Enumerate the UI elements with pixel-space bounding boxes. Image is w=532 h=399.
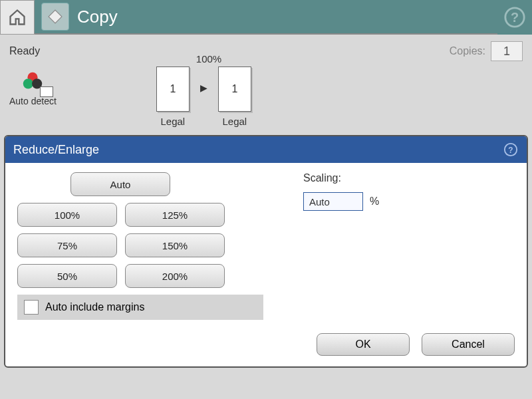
color-wheel-icon [15,66,51,96]
auto-margins-checkbox[interactable] [24,300,39,315]
preset-row-1: 100% 125% [17,203,263,227]
source-size-label: Legal [160,116,185,127]
copy-icon-box [41,3,69,31]
preview-row: Auto detect 100% 1 Legal ▶ 1 Legal [0,61,532,131]
svg-point-4 [23,78,33,88]
auto-margins-row[interactable]: Auto include margins [17,295,263,320]
home-icon [8,8,27,27]
cancel-button[interactable]: Cancel [422,333,515,356]
scaling-unit: % [370,196,379,207]
copies-value: 1 [503,45,510,59]
target-paper-item[interactable]: 1 Legal [218,66,251,127]
arrow-right-icon: ▶ [200,82,207,93]
status-label: Ready [9,45,40,57]
preset-75-button[interactable]: 75% [17,233,117,257]
start-diamond-icon [46,7,65,26]
preset-125-button[interactable]: 125% [125,203,225,227]
svg-text:?: ? [511,10,519,25]
home-button[interactable] [0,0,35,35]
dialog-title: Reduce/Enlarge [13,143,99,157]
reduce-enlarge-dialog: Reduce/Enlarge ? Auto 100% 125% 75% 150%… [4,135,528,368]
target-size-label: Legal [222,116,247,127]
target-paper-number: 1 [231,83,237,95]
page-chip-icon [40,86,53,97]
dialog-footer: OK Cancel [5,325,527,366]
copies-group: Copies: 1 [450,41,523,61]
preset-50-button[interactable]: 50% [17,264,117,288]
status-row: Ready Copies: 1 [0,35,532,61]
scaling-input-row: % [303,192,379,211]
scaling-input[interactable] [303,192,363,211]
dialog-body: Auto 100% 125% 75% 150% 50% 200% Auto in… [5,163,527,325]
auto-detect-item[interactable]: Auto detect [9,66,57,106]
preset-row-3: 50% 200% [17,264,263,288]
source-paper-item[interactable]: 1 Legal [156,66,190,127]
help-icon: ? [503,142,518,157]
source-paper: 1 [156,66,190,112]
preset-200-button[interactable]: 200% [125,264,225,288]
preset-100-button[interactable]: 100% [17,203,117,227]
source-paper-number: 1 [170,83,176,95]
copies-value-box[interactable]: 1 [491,41,523,61]
scaling-column: Scaling: % [303,172,379,320]
svg-text:?: ? [508,146,513,155]
ok-button[interactable]: OK [317,333,410,356]
help-button-top[interactable]: ? [497,0,532,35]
paper-preview-pair: 100% 1 Legal ▶ 1 Legal [156,66,251,127]
copies-label: Copies: [450,45,485,57]
preset-row-2: 75% 150% [17,233,263,257]
scaling-label: Scaling: [303,172,379,184]
dialog-titlebar: Reduce/Enlarge ? [5,136,527,163]
page-title: Copy [77,7,118,27]
scale-percent-label: 100% [196,53,221,65]
target-paper: 1 [218,66,251,112]
svg-rect-0 [49,10,62,23]
help-icon: ? [503,6,526,29]
preset-auto-button[interactable]: Auto [70,172,170,196]
dialog-help-button[interactable]: ? [503,142,519,158]
top-bar: Copy ? [0,0,532,35]
auto-margins-label: Auto include margins [45,301,144,313]
preset-column: Auto 100% 125% 75% 150% 50% 200% Auto in… [17,172,263,320]
auto-detect-label: Auto detect [9,96,57,106]
preset-150-button[interactable]: 150% [125,233,225,257]
copy-header: Copy [35,0,497,33]
